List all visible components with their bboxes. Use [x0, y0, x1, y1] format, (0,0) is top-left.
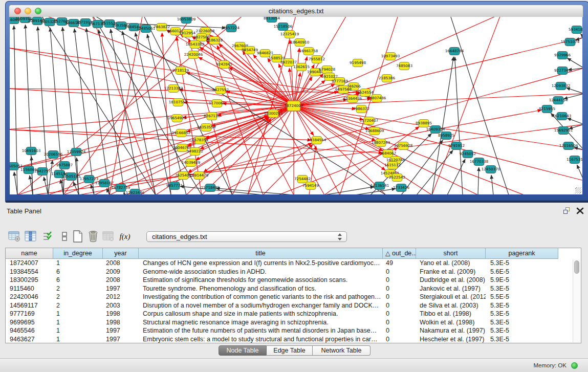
graph-node[interactable]: 2522542	[389, 174, 405, 182]
graph-node[interactable]: 2185386	[379, 75, 395, 82]
graph-node[interactable]: 14039489	[182, 159, 201, 167]
graph-node[interactable]: 2942757	[34, 168, 51, 176]
delete-table-icon[interactable]	[101, 229, 116, 244]
resize-grip-icon[interactable]	[575, 187, 581, 193]
column-header-pagerank[interactable]: pagerank	[486, 248, 558, 259]
graph-node[interactable]: 7625402	[175, 172, 191, 180]
graph-node[interactable]: 8813054	[264, 17, 280, 23]
table-row[interactable]: 1830029562008Estimation of significance …	[6, 276, 558, 285]
graph-node[interactable]: 9242845	[216, 61, 232, 69]
close-panel-icon[interactable]	[576, 207, 584, 215]
table-row[interactable]: 969969511998Structural magnetic resonanc…	[6, 318, 558, 327]
table-settings-icon[interactable]	[7, 229, 21, 244]
table-row[interactable]: 946362711997Embryonic stem cells: a mode…	[6, 335, 558, 344]
graph-node[interactable]: 1615132	[384, 162, 401, 169]
new-table-icon[interactable]	[71, 229, 85, 244]
tab-network-table[interactable]: Network Table	[313, 345, 371, 356]
graph-node[interactable]: 19654922	[168, 115, 187, 122]
graph-node[interactable]: 15218506	[274, 23, 293, 31]
graph-node[interactable]: 12213383	[164, 85, 183, 93]
citation-graph[interactable]: 1872400774638228660128591295423226058982…	[10, 17, 582, 194]
row-height-icon[interactable]	[57, 229, 72, 244]
table-row[interactable]: 1456911722003Disruption of a novel membe…	[6, 301, 558, 310]
graph-node[interactable]: 20206596	[44, 151, 63, 159]
graph-node[interactable]: 16053809	[177, 17, 196, 24]
graph-node[interactable]: 18724007	[285, 101, 303, 111]
select-columns-icon[interactable]	[24, 229, 38, 244]
table-row[interactable]: 2242004622012Investigating the contribut…	[6, 293, 558, 301]
graph-node[interactable]: 2718129	[172, 67, 189, 75]
graph-node[interactable]: 8215955	[539, 105, 555, 113]
graph-node[interactable]: 22420046	[184, 51, 203, 59]
column-header-year[interactable]: year	[103, 248, 139, 259]
graph-node[interactable]: 7594149	[302, 182, 319, 190]
graph-node[interactable]: 9777169	[332, 78, 348, 85]
graph-node[interactable]: 8678354	[192, 137, 208, 144]
graph-node[interactable]: 8938895	[416, 120, 432, 127]
graph-node[interactable]: 16770338	[470, 158, 489, 166]
graph-node[interactable]: 8267130	[204, 113, 220, 120]
graph-node[interactable]: 14136141	[371, 182, 389, 190]
tab-edge-table[interactable]: Edge Table	[267, 345, 313, 356]
graph-node[interactable]: 18640910	[291, 39, 310, 47]
function-builder-icon[interactable]: f(x)	[118, 229, 132, 244]
graph-node[interactable]: 1170065	[209, 100, 225, 107]
column-header-out_de[interactable]: △ out_de…	[383, 248, 416, 259]
column-header-short[interactable]: short	[416, 248, 486, 259]
graph-node[interactable]: 12444154	[549, 97, 568, 104]
graph-node[interactable]: 5934188	[569, 26, 582, 34]
graph-node[interactable]: 14353554	[197, 124, 216, 132]
table-select-dropdown[interactable]: citations_edges.txt	[146, 231, 347, 242]
graph-node[interactable]: 7955812	[309, 56, 325, 63]
graph-node[interactable]: 16543382	[186, 41, 205, 49]
graph-node[interactable]: 1167531	[567, 156, 582, 164]
graph-node[interactable]: 9329966	[554, 52, 571, 59]
scrollbar-thumb[interactable]	[574, 260, 579, 274]
graph-node[interactable]: 3624554	[357, 89, 374, 97]
graph-node[interactable]: 9245052	[460, 150, 476, 158]
table-row[interactable]: 1938455462009Genome-wide association stu…	[6, 268, 558, 276]
graph-node[interactable]: 7485083	[396, 62, 412, 70]
memory-status-indicator[interactable]	[571, 362, 578, 369]
network-canvas[interactable]: 1872400774638228660128591295423226058982…	[10, 17, 582, 194]
graph-node[interactable]: 6791912	[448, 142, 465, 150]
graph-node[interactable]: 12325419	[280, 31, 299, 38]
graph-node[interactable]: 18807249	[372, 139, 390, 147]
table-scrollbar[interactable]	[573, 259, 580, 342]
table-row[interactable]: 946554611997Estimation of the future num…	[6, 326, 558, 335]
column-header-name[interactable]: name	[6, 248, 53, 259]
graph-node[interactable]: 9195498	[350, 59, 366, 67]
graph-node[interactable]: 16914479	[190, 172, 209, 180]
graph-node[interactable]: 15718485	[201, 184, 220, 192]
graph-node[interactable]: 15692951	[554, 127, 573, 135]
graph-node[interactable]: 8427552	[212, 86, 229, 94]
graph-node[interactable]: 1733426	[393, 184, 409, 192]
graph-node[interactable]: 15751074	[561, 38, 580, 46]
graph-node[interactable]: 10491603	[22, 147, 41, 155]
tab-node-table[interactable]: Node Table	[219, 345, 267, 356]
graph-node[interactable]: 19384554	[308, 137, 326, 144]
graph-node[interactable]: 12093832	[552, 82, 571, 90]
column-header-in_degree[interactable]: in_degree	[53, 248, 103, 259]
table-row[interactable]: 1872400712008Changes of HCN gene express…	[6, 259, 558, 268]
graph-node[interactable]: 17359924	[67, 148, 86, 156]
graph-node[interactable]: 9457771	[166, 182, 183, 190]
delete-columns-trash-icon[interactable]	[86, 229, 100, 244]
svg-text:18640910: 18640910	[291, 40, 310, 45]
table-row[interactable]: 911546021997Tourette syndrome. Phenomeno…	[6, 285, 558, 293]
table-row[interactable]: 977716911998Corpus callosum shape and si…	[6, 310, 558, 318]
graph-node[interactable]: 21364436	[343, 95, 362, 103]
column-checklist-icon[interactable]	[41, 229, 55, 244]
graph-node[interactable]: 16961758	[299, 48, 318, 55]
column-header-title[interactable]: title	[139, 248, 383, 259]
graph-node[interactable]: 9498222	[187, 148, 203, 156]
graph-node[interactable]: 7857224	[223, 25, 239, 32]
float-panel-icon[interactable]	[563, 207, 571, 214]
graph-node[interactable]: 18107552	[169, 99, 188, 106]
graph-node[interactable]: 12450370	[482, 166, 500, 173]
graph-node[interactable]: 9975887	[56, 162, 73, 169]
graph-node[interactable]: 9227343	[554, 67, 571, 75]
graph-node[interactable]: 10688609	[365, 127, 384, 135]
window-titlebar[interactable]: citations_edges.txt	[9, 5, 583, 17]
graph-node[interactable]: 16648784	[445, 48, 464, 55]
